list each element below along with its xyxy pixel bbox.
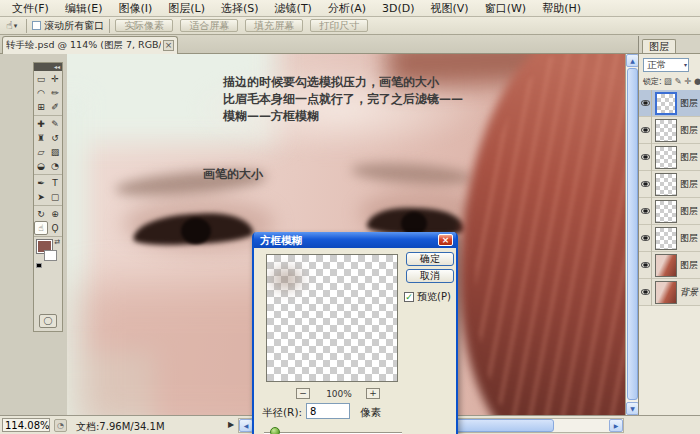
layer-thumbnail[interactable] [655,281,677,304]
menu-image[interactable]: 图像(I) [110,1,160,16]
close-icon[interactable]: × [438,234,453,246]
layer-name: 图层 7 [680,97,700,110]
menu-window[interactable]: 窗口(W) [477,1,534,16]
radius-input[interactable] [306,403,350,419]
swap-colors-icon[interactable]: ⇄ [54,238,60,246]
zoom-percentage-input[interactable] [2,418,50,432]
rectangle-shape-tool[interactable]: ▢ [48,190,62,204]
layer-row-7[interactable]: 图层 7 [639,90,700,117]
preview-smudge [271,269,301,289]
menu-layer[interactable]: 图层(L) [160,1,213,16]
blend-mode-value: 正常 [647,59,666,70]
visibility-eye-icon[interactable] [639,171,652,198]
visibility-eye-icon[interactable] [639,90,652,117]
rectangular-marquee-tool[interactable]: ▭ [34,72,48,86]
layer-row-6[interactable]: 图层 6 [639,117,700,144]
scroll-all-windows-checkbox[interactable] [32,21,41,30]
lock-position-icon[interactable]: ✛ [684,76,691,86]
close-icon[interactable]: × [163,40,174,51]
status-options-icon[interactable]: ◔ [54,419,67,432]
layer-thumbnail[interactable] [655,119,677,142]
vertical-scrollbar[interactable]: ▲ ▼ [625,54,638,415]
visibility-eye-icon[interactable] [639,279,652,306]
layer-thumbnail[interactable] [655,200,677,223]
dialog-title: 方框模糊 [260,234,302,246]
dialog-title-bar[interactable]: 方框模糊 × [254,232,456,248]
layer-thumbnail[interactable] [655,173,677,196]
menu-3d[interactable]: 3D(D) [374,2,423,15]
actual-pixels-button[interactable]: 实际像素 [115,19,173,32]
visibility-eye-icon[interactable] [639,225,652,252]
hand-tool[interactable]: ☝ [34,221,48,235]
healing-brush-tool[interactable]: ✚ [34,117,48,131]
layer-thumbnail[interactable] [655,92,677,115]
menu-analysis[interactable]: 分析(A) [320,1,374,16]
fill-screen-button[interactable]: 填充屏幕 [245,19,303,32]
layer-row-background[interactable]: 背景 [639,279,700,306]
ok-button[interactable]: 确定 [406,252,454,266]
menu-file[interactable]: 文件(F) [4,1,57,16]
lasso-tool[interactable]: ◠ [34,86,48,100]
default-colors-icon[interactable] [36,263,42,268]
visibility-eye-icon[interactable] [639,198,652,225]
document-tab[interactable]: 转手绘.psd @ 114% (图层 7, RGB/8) * × [2,36,178,54]
layer-row-1[interactable]: 图层 1 [639,252,700,279]
move-tool[interactable]: ✛ [48,72,62,86]
zoom-tool[interactable]: Ϙ [48,221,62,235]
quick-mask-button[interactable]: ◯ [39,314,57,328]
lock-all-icon[interactable]: ● [694,76,700,86]
crop-tool[interactable]: ⊞ [34,100,48,114]
menu-bar: 文件(F) 编辑(E) 图像(I) 图层(L) 选择(S) 滤镜(T) 分析(A… [0,0,700,17]
blur-tool[interactable]: ◒ [34,159,48,173]
visibility-eye-icon[interactable] [639,144,652,171]
menu-select[interactable]: 选择(S) [213,1,267,16]
annotation-line-1: 描边的时候要勾选模拟压力，画笔的大小 [223,74,563,91]
fit-screen-button[interactable]: 适合屏幕 [180,19,238,32]
3d-orbit-tool[interactable]: ⊕ [48,207,62,221]
menu-filter[interactable]: 滤镜(T) [267,1,320,16]
brush-tool[interactable]: ✎ [48,117,62,131]
preview-zoom-in-button[interactable]: + [366,388,380,399]
blend-mode-select[interactable]: 正常▾ [643,58,689,72]
scroll-right-icon[interactable]: ▶ [609,419,623,432]
vertical-scrollbar-thumb[interactable] [627,68,638,400]
print-size-button[interactable]: 打印尺寸 [310,19,368,32]
panel-collapse-icon[interactable]: ◂◂ [34,63,62,71]
eyedropper-tool[interactable]: ✐ [48,100,62,114]
layer-row-3[interactable]: 图层 3 [639,198,700,225]
background-color-swatch[interactable] [44,250,57,261]
layer-row-4[interactable]: 图层 4 [639,171,700,198]
hand-tool-icon[interactable]: ☝ [6,19,13,32]
layer-row-2[interactable]: 图层 2 [639,225,700,252]
scroll-left-icon[interactable]: ◀ [239,419,253,432]
blur-preview-area[interactable] [266,254,398,382]
pen-tool[interactable]: ✒ [34,176,48,190]
3d-rotate-tool[interactable]: ↻ [34,207,48,221]
gradient-tool[interactable]: ▨ [48,145,62,159]
layer-row-5[interactable]: 图层 5 [639,144,700,171]
dodge-tool[interactable]: ◔ [48,159,62,173]
visibility-eye-icon[interactable] [639,252,652,279]
layer-thumbnail[interactable] [655,254,677,277]
lock-image-icon[interactable]: ✎ [674,76,681,86]
cancel-button[interactable]: 取消 [406,269,454,283]
chevron-down-icon[interactable]: ▾ [14,22,18,30]
menu-help[interactable]: 帮助(H) [534,1,589,16]
tab-layers[interactable]: 图层 [642,39,676,54]
path-selection-tool[interactable]: ➤ [34,190,48,204]
menu-view[interactable]: 视图(V) [423,1,477,16]
history-brush-tool[interactable]: ↺ [48,131,62,145]
clone-stamp-tool[interactable]: ♜ [34,131,48,145]
status-flyout-icon[interactable]: ▶ [228,420,234,429]
layer-thumbnail[interactable] [655,227,677,250]
quick-selection-tool[interactable]: ✏ [48,86,62,100]
lock-transparency-icon[interactable]: ▨ [664,76,672,86]
preview-zoom-out-button[interactable]: − [296,388,310,399]
radius-slider-thumb[interactable] [270,427,280,434]
preview-checkbox[interactable]: ✓ [404,292,414,302]
eraser-tool[interactable]: ▱ [34,145,48,159]
visibility-eye-icon[interactable] [639,117,652,144]
type-tool[interactable]: T [48,176,62,190]
layer-thumbnail[interactable] [655,146,677,169]
menu-edit[interactable]: 编辑(E) [57,1,111,16]
